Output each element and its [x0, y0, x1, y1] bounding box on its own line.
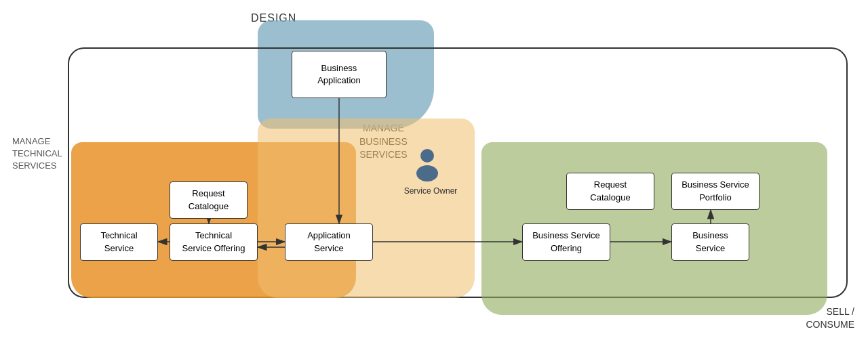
business-application-label: BusinessApplication: [317, 62, 361, 87]
business-service-box: BusinessService: [671, 223, 749, 261]
technical-service-offering-label: TechnicalService Offering: [182, 230, 245, 254]
manage-technical-label: MANAGETECHNICALSERVICES: [12, 135, 62, 173]
business-application-box: BusinessApplication: [292, 51, 387, 98]
technical-service-offering-box: TechnicalService Offering: [170, 223, 258, 261]
business-service-offering-label: Business ServiceOffering: [532, 230, 600, 254]
technical-service-label: TechnicalService: [100, 230, 137, 254]
business-service-label: BusinessService: [692, 230, 728, 254]
request-catalogue-orange-box: RequestCatalogue: [170, 181, 248, 219]
service-owner-label: Service Owner: [403, 186, 458, 196]
application-service-box: ApplicationService: [285, 223, 373, 261]
application-service-label: ApplicationService: [307, 230, 351, 254]
technical-service-box: TechnicalService: [80, 223, 158, 261]
business-service-portfolio-box: Business ServicePortfolio: [671, 173, 760, 210]
manage-business-region: [258, 119, 475, 298]
request-catalogue-green-label: RequestCatalogue: [590, 179, 630, 203]
service-owner-icon: [414, 148, 441, 184]
business-service-offering-box: Business ServiceOffering: [522, 223, 610, 261]
request-catalogue-green-box: RequestCatalogue: [566, 173, 654, 210]
svg-point-1: [416, 165, 438, 181]
diagram-container: DESIGN MANAGETECHNICALSERVICES MANAGEBUS…: [0, 0, 868, 344]
request-catalogue-orange-label: RequestCatalogue: [189, 188, 229, 212]
svg-point-0: [420, 149, 434, 163]
business-service-portfolio-label: Business ServicePortfolio: [682, 179, 749, 203]
